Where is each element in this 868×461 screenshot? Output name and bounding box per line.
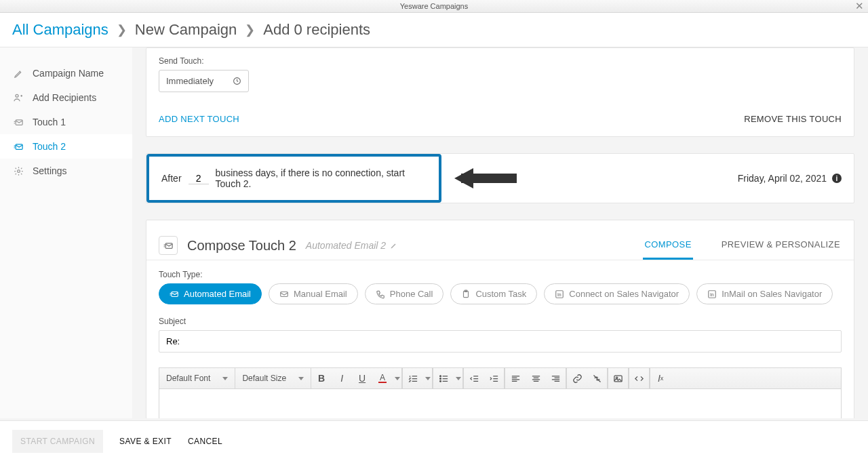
- delay-suffix: business days, if there is no connection…: [216, 167, 427, 189]
- text-color-button[interactable]: A: [372, 368, 393, 388]
- sidebar-item-label: Settings: [33, 165, 67, 176]
- sidebar-item-label: Add Recipients: [33, 92, 96, 103]
- mail-send-icon: [159, 236, 178, 255]
- svg-point-3: [17, 169, 20, 172]
- editor-body[interactable]: [159, 389, 842, 418]
- bold-button[interactable]: B: [311, 368, 332, 388]
- compose-title: Compose Touch 2: [187, 238, 296, 254]
- clock-icon: [233, 77, 241, 85]
- window-titlebar: Yesware Campaigns ✕: [0, 0, 868, 13]
- pill-phone-call[interactable]: Phone Call: [365, 283, 444, 304]
- pill-inmail[interactable]: in InMail on Sales Navigator: [696, 283, 833, 304]
- delay-prefix: After: [161, 173, 182, 184]
- save-exit-button[interactable]: SAVE & EXIT: [119, 437, 172, 446]
- sidebar-item-label: Campaign Name: [33, 68, 104, 79]
- chevron-down-icon[interactable]: [393, 368, 402, 388]
- pill-automated-email[interactable]: Automated Email: [159, 283, 262, 304]
- sidebar-item-label: Touch 1: [33, 117, 66, 127]
- subject-input[interactable]: [159, 330, 842, 353]
- chevron-down-icon[interactable]: [423, 368, 433, 388]
- sidebar-item-touch-1[interactable]: Touch 1: [0, 110, 132, 134]
- delay-date: Friday, April 02, 2021 i: [738, 173, 842, 184]
- gear-icon: [12, 165, 24, 176]
- mail-send-icon: [170, 289, 179, 299]
- svg-point-16: [439, 380, 441, 382]
- breadcrumb: All Campaigns ❯ New Campaign ❯ Add 0 rec…: [0, 13, 868, 47]
- breadcrumb-level3: Add 0 recipients: [263, 21, 370, 39]
- close-icon[interactable]: ✕: [855, 0, 864, 12]
- mail-send-icon: [12, 117, 24, 127]
- linkedin-icon: in: [707, 289, 717, 299]
- code-button[interactable]: [629, 368, 650, 388]
- svg-point-14: [439, 375, 441, 376]
- svg-text:in: in: [557, 292, 561, 296]
- sidebar-item-settings[interactable]: Settings: [0, 159, 132, 183]
- ordered-list-button[interactable]: [403, 368, 423, 388]
- mail-send-icon: [12, 141, 24, 152]
- chevron-right-icon: ❯: [245, 22, 255, 37]
- breadcrumb-root[interactable]: All Campaigns: [12, 21, 108, 39]
- start-campaign-button[interactable]: START CAMPAIGN: [12, 430, 103, 453]
- pill-manual-email[interactable]: Manual Email: [269, 283, 358, 304]
- compose-subtitle: Automated Email 2: [306, 240, 398, 251]
- touch-type-label: Touch Type:: [159, 270, 842, 279]
- svg-text:in: in: [710, 292, 714, 296]
- unlink-button[interactable]: [587, 368, 608, 388]
- remove-touch-link[interactable]: REMOVE THIS TOUCH: [744, 114, 842, 124]
- italic-button[interactable]: I: [332, 368, 352, 388]
- compose-tabs: COMPOSE PREVIEW & PERSONALIZE: [643, 231, 842, 260]
- size-select[interactable]: Default Size: [235, 368, 311, 388]
- align-right-button[interactable]: [546, 368, 566, 388]
- pencil-icon[interactable]: [390, 241, 398, 249]
- svg-point-15: [439, 378, 441, 379]
- arrow-annotation: [454, 169, 536, 187]
- link-button[interactable]: [567, 368, 587, 388]
- tab-compose[interactable]: COMPOSE: [643, 231, 692, 260]
- chevron-down-icon: [222, 377, 228, 380]
- align-center-button[interactable]: [526, 368, 546, 388]
- send-touch-label: Send Touch:: [159, 56, 842, 66]
- mail-icon: [279, 289, 289, 299]
- touch-type-pills: Automated Email Manual Email Phone Call …: [159, 283, 842, 304]
- add-next-touch-link[interactable]: ADD NEXT TOUCH: [159, 114, 239, 124]
- editor-toolbar: Default Font Default Size B I U A: [159, 367, 842, 389]
- send-touch-select[interactable]: Immediately: [159, 70, 249, 92]
- delay-days-input[interactable]: [189, 173, 209, 184]
- sidebar-item-touch-2[interactable]: Touch 2: [0, 134, 132, 159]
- svg-rect-7: [281, 292, 288, 296]
- clear-format-button[interactable]: Ix: [650, 368, 671, 388]
- info-icon[interactable]: i: [832, 174, 842, 183]
- send-touch-card: Send Touch: Immediately ADD NEXT TOUCH R…: [146, 47, 854, 137]
- indent-button[interactable]: [484, 368, 505, 388]
- delay-card: After business days, if there is no conn…: [146, 154, 441, 203]
- underline-button[interactable]: U: [352, 368, 372, 388]
- send-touch-value: Immediately: [166, 76, 214, 86]
- unordered-list-button[interactable]: [433, 368, 454, 388]
- align-left-button[interactable]: [505, 368, 526, 388]
- outdent-button[interactable]: [464, 368, 484, 388]
- phone-icon: [376, 289, 385, 299]
- chevron-down-icon[interactable]: [454, 368, 463, 388]
- clipboard-icon: [461, 289, 471, 299]
- window-title: Yesware Campaigns: [400, 2, 468, 10]
- tab-preview[interactable]: PREVIEW & PERSONALIZE: [720, 231, 842, 260]
- sidebar-item-add-recipients[interactable]: Add Recipients: [0, 85, 132, 110]
- chevron-down-icon: [298, 377, 304, 380]
- pencil-icon: [12, 68, 24, 79]
- image-button[interactable]: [608, 368, 629, 388]
- breadcrumb-level2: New Campaign: [135, 21, 237, 39]
- svg-point-0: [16, 94, 18, 97]
- pill-sales-navigator[interactable]: in Connect on Sales Navigator: [544, 283, 690, 304]
- chevron-right-icon: ❯: [117, 22, 127, 37]
- sidebar-item-campaign-name[interactable]: Campaign Name: [0, 61, 132, 85]
- font-select[interactable]: Default Font: [159, 368, 235, 388]
- subject-label: Subject: [159, 317, 842, 326]
- footer-bar: START CAMPAIGN SAVE & EXIT CANCEL: [0, 420, 868, 461]
- people-icon: [12, 92, 24, 103]
- pill-custom-task[interactable]: Custom Task: [450, 283, 537, 304]
- cancel-button[interactable]: CANCEL: [188, 437, 222, 446]
- sidebar: Campaign Name Add Recipients Touch 1 Tou…: [0, 47, 132, 418]
- sidebar-item-label: Touch 2: [33, 141, 66, 152]
- linkedin-icon: in: [555, 289, 564, 299]
- compose-card: Compose Touch 2 Automated Email 2 COMPOS…: [146, 220, 854, 418]
